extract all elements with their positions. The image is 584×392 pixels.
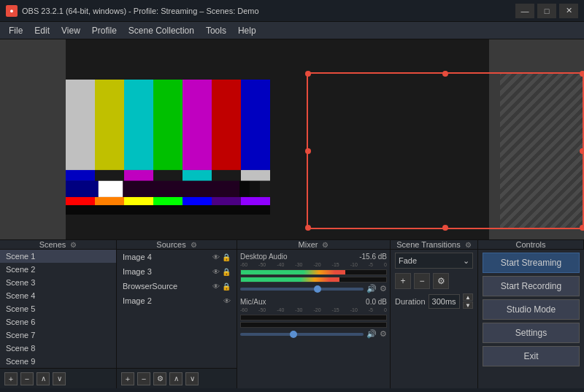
mixer-channel-mic: Mic/Aux 0.0 dB -60-50-40-30-20-15-10-50 <box>240 298 387 339</box>
scenes-panel: Scene 1 Scene 2 Scene 3 Scene 4 Scene 5 … <box>0 250 117 388</box>
transition-add-button[interactable]: + <box>395 273 411 289</box>
mixer-gear-icon-2[interactable]: ⚙ <box>380 329 387 339</box>
source-name: Image 2 <box>123 296 220 305</box>
window-title: OBS 23.2.1 (64-bit, windows) - Profile: … <box>22 7 511 15</box>
close-button[interactable]: ✕ <box>559 4 578 18</box>
mixer-channel-name: Desktop Audio <box>240 253 288 261</box>
scene-item[interactable]: Scene 1 <box>0 250 116 263</box>
maximize-button[interactable]: □ <box>537 4 556 18</box>
scene-item[interactable]: Scene 8 <box>0 342 116 355</box>
source-item[interactable]: Image 4 👁 🔒 <box>117 250 237 264</box>
sources-panel: Image 4 👁 🔒 Image 3 👁 🔒 BrowserSource 👁 … <box>117 250 237 388</box>
scene-item[interactable]: Scene 6 <box>0 315 116 328</box>
menu-view[interactable]: View <box>55 22 86 39</box>
handle-ml <box>305 148 311 154</box>
source-item[interactable]: BrowserSource 👁 🔒 <box>117 279 237 293</box>
mixer-channel-name-2: Mic/Aux <box>240 298 266 306</box>
transition-remove-button[interactable]: − <box>414 273 430 289</box>
scenes-header-icon: ⚙ <box>70 241 77 249</box>
transition-type: Fade <box>399 256 417 265</box>
duration-up-button[interactable]: ▲ <box>463 293 473 301</box>
scene-item[interactable]: Scene 2 <box>0 263 116 276</box>
studio-mode-button[interactable]: Studio Mode <box>483 299 580 320</box>
volume-slider-row-2: 🔊 ⚙ <box>240 329 387 339</box>
speaker-icon-2[interactable]: 🔊 <box>366 329 377 339</box>
mixer-panel: Desktop Audio -15.6 dB -60-50-40-30-20-1… <box>237 250 391 388</box>
menu-tools[interactable]: Tools <box>200 22 232 39</box>
controls-header-label: Controls <box>516 240 546 249</box>
duration-down-button[interactable]: ▼ <box>463 301 473 309</box>
exit-button[interactable]: Exit <box>483 346 580 366</box>
scene-item[interactable]: Scene 7 <box>0 328 116 342</box>
menu-edit[interactable]: Edit <box>28 22 55 39</box>
mixer-header: Mixer ⚙ <box>237 240 391 249</box>
scenes-toolbar: + − ∧ ∨ <box>0 368 116 388</box>
transitions-panel: Fade ⌄ + − ⚙ Duration 300ms ▲ ▼ <box>391 250 478 388</box>
scenes-add-button[interactable]: + <box>4 372 18 385</box>
controls-header: Controls <box>478 240 584 249</box>
source-item[interactable]: Image 3 👁 🔒 <box>117 264 237 279</box>
volume-slider-desktop[interactable] <box>240 288 364 291</box>
meter-scale: -60-50-40-30-20-15-10-50 <box>240 262 387 267</box>
transition-settings-button[interactable]: ⚙ <box>433 273 449 289</box>
mixer-gear-icon[interactable]: ⚙ <box>380 284 387 293</box>
sources-up-button[interactable]: ∧ <box>169 372 182 385</box>
scenes-header-label: Scenes <box>39 240 66 249</box>
transition-select[interactable]: Fade ⌄ <box>395 253 473 269</box>
speaker-icon[interactable]: 🔊 <box>366 284 377 293</box>
hatch-area <box>500 72 584 229</box>
mixer-icons: 🔊 ⚙ <box>366 284 387 293</box>
menu-help[interactable]: Help <box>232 22 262 39</box>
scenes-header: Scenes ⚙ <box>0 240 117 249</box>
scene-item[interactable]: Scene 5 <box>0 302 116 315</box>
duration-input[interactable]: 300ms <box>429 294 460 309</box>
start-recording-button[interactable]: Start Recording <box>483 276 580 296</box>
sources-settings-button[interactable]: ⚙ <box>153 372 166 385</box>
transition-toolbar: + − ⚙ <box>395 273 473 289</box>
volume-slider-row: 🔊 ⚙ <box>240 284 387 293</box>
scene-item[interactable]: Scene 3 <box>0 276 116 289</box>
mixer-db: -15.6 dB <box>359 253 387 261</box>
preview-bg-top <box>66 39 489 80</box>
scene-item[interactable]: Scene 9 <box>0 355 116 368</box>
sources-header: Sources ⚙ <box>117 240 237 249</box>
menu-file[interactable]: File <box>3 22 28 39</box>
scenes-down-button[interactable]: ∨ <box>53 372 66 385</box>
meter-container-4 <box>240 322 387 328</box>
source-name: Image 4 <box>123 253 210 261</box>
duration-spinners: ▲ ▼ <box>463 293 473 309</box>
duration-label: Duration <box>395 297 426 306</box>
duration-value: 300ms <box>432 297 456 306</box>
mixer-channel-header-2: Mic/Aux 0.0 dB <box>240 298 387 306</box>
menu-profile[interactable]: Profile <box>86 22 123 39</box>
mixer-db-2: 0.0 dB <box>366 298 387 306</box>
sources-down-button[interactable]: ∨ <box>185 372 199 385</box>
source-icons: 👁 🔒 <box>212 268 231 276</box>
meter-bar-1 <box>241 270 345 274</box>
handle-bl <box>305 225 311 231</box>
volume-knob <box>314 285 321 293</box>
titlebar: ● OBS 23.2.1 (64-bit, windows) - Profile… <box>0 0 584 22</box>
sources-add-button[interactable]: + <box>121 372 134 385</box>
source-item[interactable]: Image 2 👁 <box>117 293 237 308</box>
chevron-down-icon: ⌄ <box>463 256 469 266</box>
transitions-header-icon: ⚙ <box>465 241 472 249</box>
meter-scale-2: -60-50-40-30-20-15-10-50 <box>240 307 387 312</box>
panels-row: Scene 1 Scene 2 Scene 3 Scene 4 Scene 5 … <box>0 250 584 388</box>
minimize-button[interactable]: — <box>515 4 534 18</box>
scene-item[interactable]: Scene 4 <box>0 289 116 302</box>
start-streaming-button[interactable]: Start Streaming <box>483 253 580 273</box>
window-controls: — □ ✕ <box>515 4 578 18</box>
volume-slider-mic[interactable] <box>240 333 364 336</box>
bottom-panel: Scenes ⚙ Sources ⚙ Mixer ⚙ Scene Transit… <box>0 240 584 388</box>
scenes-up-button[interactable]: ∧ <box>36 372 50 385</box>
scenes-list: Scene 1 Scene 2 Scene 3 Scene 4 Scene 5 … <box>0 250 116 368</box>
mixer-channel-desktop: Desktop Audio -15.6 dB -60-50-40-30-20-1… <box>240 253 387 293</box>
scenes-remove-button[interactable]: − <box>20 372 34 385</box>
smpte-bars <box>66 80 270 215</box>
transitions-header-label: Scene Transitions <box>396 240 460 249</box>
menu-scene-collection[interactable]: Scene Collection <box>123 22 200 39</box>
sources-remove-button[interactable]: − <box>137 372 150 385</box>
settings-button[interactable]: Settings <box>483 323 580 343</box>
handle-bm <box>442 225 448 231</box>
